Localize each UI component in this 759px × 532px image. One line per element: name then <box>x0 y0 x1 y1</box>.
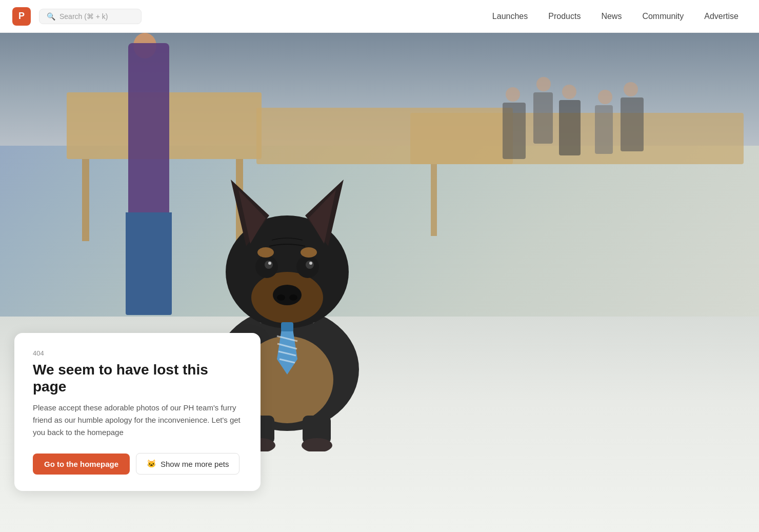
nav-link-products[interactable]: Products <box>540 8 589 25</box>
person-silhouette <box>123 33 174 320</box>
nav-link-news[interactable]: News <box>593 8 630 25</box>
svg-point-15 <box>309 262 312 265</box>
svg-point-12 <box>265 261 273 269</box>
more-pets-label: Show me more pets <box>161 460 229 468</box>
bg-people <box>503 77 656 180</box>
nav-link-launches[interactable]: Launches <box>484 8 536 25</box>
logo[interactable]: P <box>12 7 31 26</box>
search-icon: 🔍 <box>47 12 55 21</box>
svg-point-23 <box>257 247 274 258</box>
svg-point-14 <box>268 262 271 265</box>
bg-table-leg-1 <box>82 159 89 241</box>
svg-point-24 <box>301 247 317 258</box>
search-placeholder: Search (⌘ + k) <box>59 12 108 21</box>
navbar: P 🔍 Search (⌘ + k) Launches Products New… <box>0 0 759 33</box>
nav-links: Launches Products News Community Adverti… <box>484 8 747 25</box>
error-description: Please accept these adorable photos of o… <box>33 402 242 439</box>
error-title: We seem to have lost this page <box>33 361 242 396</box>
go-to-homepage-button[interactable]: Go to the homepage <box>33 454 130 475</box>
svg-point-16 <box>273 285 302 305</box>
svg-point-18 <box>289 294 297 301</box>
error-code: 404 <box>33 349 242 357</box>
person-legs <box>126 212 172 315</box>
nav-link-community[interactable]: Community <box>634 8 692 25</box>
svg-point-17 <box>277 294 285 301</box>
error-card: 404 We seem to have lost this page Pleas… <box>14 333 261 491</box>
more-pets-emoji: 🐱 <box>147 459 156 468</box>
svg-rect-26 <box>281 322 293 331</box>
search-bar[interactable]: 🔍 Search (⌘ + k) <box>39 9 142 24</box>
show-more-pets-button[interactable]: 🐱 Show me more pets <box>136 453 239 475</box>
error-actions: Go to the homepage 🐱 Show me more pets <box>33 453 242 475</box>
nav-link-advertise[interactable]: Advertise <box>696 8 747 25</box>
svg-point-13 <box>306 261 314 269</box>
bg-table-leg-3 <box>431 164 437 236</box>
person-body <box>128 43 169 218</box>
logo-icon[interactable]: P <box>12 7 31 26</box>
